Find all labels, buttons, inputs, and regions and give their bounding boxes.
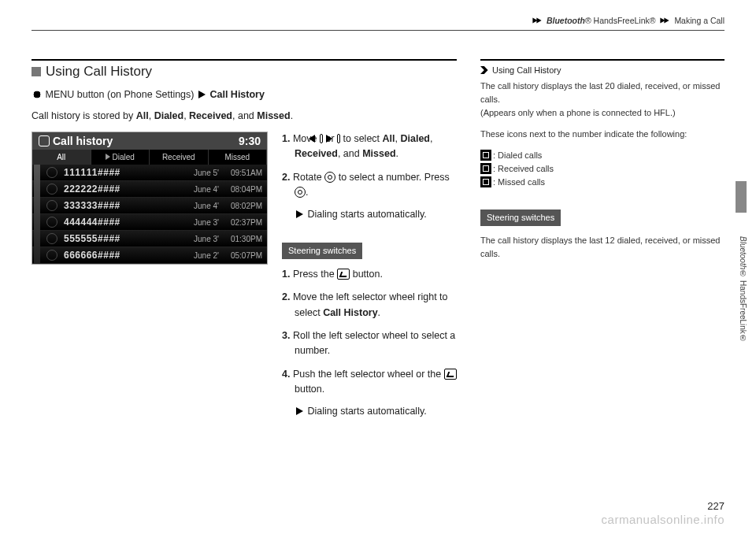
right-arrow-icon [326, 135, 332, 143]
page-tab [736, 181, 747, 213]
dialed-icon [480, 150, 491, 161]
call-icon [46, 184, 57, 195]
page-number: 227 [707, 500, 724, 512]
dial-icon [324, 172, 335, 183]
menu-path: MENU button (on Phone Settings) Call His… [32, 89, 457, 100]
steering-switches-label: Steering switches [282, 243, 362, 259]
double-triangle-icon [480, 66, 490, 74]
call-icon [46, 200, 57, 211]
tab-missed[interactable]: Missed [209, 150, 268, 165]
pickup-button-icon [337, 269, 350, 280]
tab-received[interactable]: Received [150, 150, 209, 165]
call-row[interactable]: 666666####June 2'05:07PM [32, 247, 267, 264]
call-row[interactable]: 111111####June 5'09:51AM [32, 165, 267, 181]
steer-step-2: 2. Move the left selector wheel right to… [282, 290, 457, 321]
legend: : Dialed calls : Received calls : Missed… [480, 149, 724, 189]
call-icon [46, 217, 57, 228]
sidenote-p2: These icons next to the number indicate … [480, 128, 724, 141]
steer-step-4: 4. Push the left selector wheel or the b… [282, 367, 457, 419]
received-icon [480, 163, 491, 174]
tab-all[interactable]: All [32, 150, 91, 165]
device-screenshot: Call history 9:30 All Dialed Received Mi… [32, 132, 268, 427]
call-icon [46, 167, 57, 178]
steer-step-3: 3. Roll the left selector wheel to selec… [282, 328, 457, 359]
call-row[interactable]: 333333####June 4'08:02PM [32, 198, 267, 214]
left-arrow-icon [309, 135, 315, 143]
sidenote-p3: The call history displays the last 12 di… [480, 234, 724, 261]
phone-icon [39, 135, 50, 146]
sidenote-title: Using Call History [480, 65, 724, 75]
press-icon [295, 187, 306, 198]
selector-icon [32, 89, 43, 100]
side-label: Bluetooth® HandsFreeLink® [739, 236, 747, 343]
tab-dialed[interactable]: Dialed [91, 150, 150, 165]
pickup-button-icon [444, 369, 457, 380]
intro-text: Call history is stored by All, Dialed, R… [32, 108, 457, 124]
screen-title: Call history [53, 135, 113, 147]
call-icon [46, 233, 57, 244]
call-row[interactable]: 444444####June 3'02:37PM [32, 214, 267, 231]
call-row[interactable]: 555555####June 3'01:30PM [32, 231, 267, 247]
sidenote-p1: The call history displays the last 20 di… [480, 80, 724, 120]
call-icon [46, 250, 57, 261]
missed-icon [480, 176, 491, 187]
step-2: 2. Rotate to select a number. Press . Di… [282, 170, 457, 222]
step-1: 1. Move or to select All, Dialed, Receiv… [282, 132, 457, 162]
section-heading: Using Call History [32, 59, 457, 84]
screen-clock: 9:30 [239, 135, 261, 147]
sidenote-steering-label: Steering switches [480, 210, 561, 226]
watermark: carmanualsonline.info [602, 513, 724, 526]
steer-step-1: 1. Press the button. [282, 267, 457, 282]
breadcrumb: Bluetooth® HandsFreeLink® Making a Call [530, 16, 724, 25]
call-row[interactable]: 222222####June 4'08:04PM [32, 181, 267, 198]
